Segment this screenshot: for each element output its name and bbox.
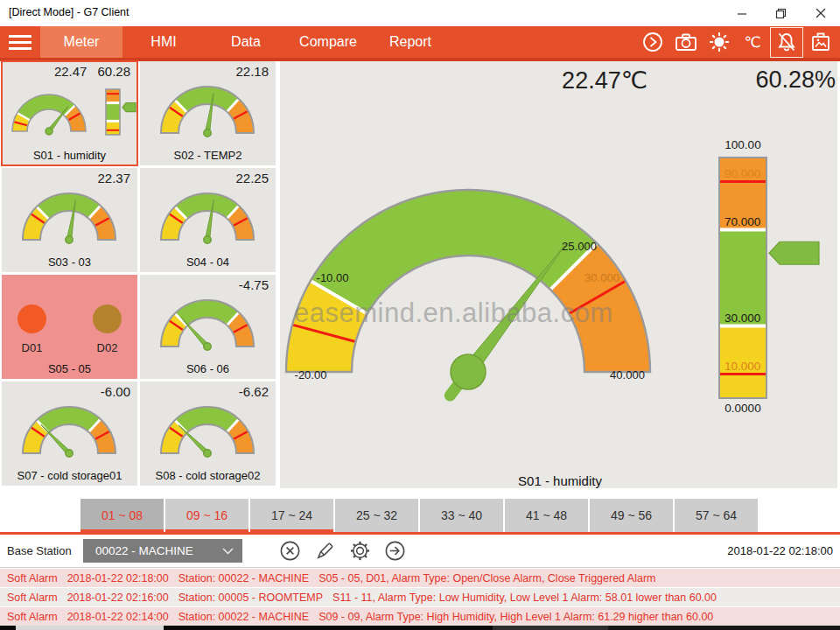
cancel-icon[interactable] bbox=[278, 539, 302, 563]
main-bar-gauge: 100.0090.00070.00030.00010.0000.0000 bbox=[700, 131, 840, 420]
alarm-detail: S11 - 11, Alarm Type: Low Humidity, Low … bbox=[332, 592, 717, 604]
tile-s06[interactable]: -4.75 S06 - 06 bbox=[140, 275, 276, 379]
tile-label: S03 - 03 bbox=[2, 256, 137, 269]
station-pager: 01 ~ 08 09 ~ 16 17 ~ 24 25 ~ 32 33 ~ 40 … bbox=[80, 499, 758, 532]
pager-tab-01-08[interactable]: 01 ~ 08 bbox=[80, 499, 164, 532]
channel-d02: D02 bbox=[85, 304, 130, 354]
svg-text:℃: ℃ bbox=[744, 34, 760, 51]
mini-gauge bbox=[2, 396, 137, 462]
alarm-kind: Soft Alarm bbox=[7, 592, 58, 604]
alarm-station: Station: 00022 - MACHINE bbox=[178, 611, 309, 623]
tile-label: S06 - 06 bbox=[140, 362, 276, 375]
svg-text:90.000: 90.000 bbox=[724, 167, 760, 180]
mini-gauge bbox=[140, 396, 276, 462]
pager-tab-41-48[interactable]: 41 ~ 48 bbox=[505, 499, 588, 532]
alarm-mute-icon[interactable] bbox=[770, 27, 803, 58]
tile-s03[interactable]: 22.37 S03 - 03 bbox=[2, 168, 137, 272]
tab-hmi[interactable]: HMI bbox=[122, 26, 205, 58]
alarm-time: 2018-01-22 02:14:00 bbox=[67, 611, 169, 623]
tab-data[interactable]: Data bbox=[205, 26, 287, 58]
tab-compare[interactable]: Compare bbox=[287, 26, 369, 58]
base-station-label: Base Station bbox=[7, 544, 72, 557]
tile-label: S05 - 05 bbox=[2, 362, 137, 375]
g7-client-window: [Direct Mode] - G7 Client Meter HMI Data… bbox=[0, 0, 840, 630]
tab-report[interactable]: Report bbox=[369, 26, 452, 58]
svg-text:70.000: 70.000 bbox=[724, 215, 760, 228]
mini-gauge bbox=[140, 289, 276, 355]
tile-label: S01 - humidity bbox=[2, 149, 137, 162]
titlebar: [Direct Mode] - G7 Client bbox=[0, 0, 840, 26]
svg-text:30.000: 30.000 bbox=[724, 312, 760, 325]
tile-label: S02 - TEMP2 bbox=[140, 149, 276, 162]
alarm-kind: Soft Alarm bbox=[7, 572, 58, 584]
main-navbar: Meter HMI Data Compare Report bbox=[0, 26, 840, 61]
channel-label: D02 bbox=[85, 341, 130, 354]
alarm-kind: Soft Alarm bbox=[7, 611, 58, 623]
alarm-station: Station: 00022 - MACHINE bbox=[178, 572, 309, 584]
station-select[interactable]: 00022 - MACHINE bbox=[83, 539, 242, 563]
svg-text:-20.00: -20.00 bbox=[295, 368, 327, 382]
channel-indicator bbox=[18, 304, 46, 333]
svg-text:-10.00: -10.00 bbox=[317, 271, 349, 284]
station-bar: Base Station 00022 - MACHINE bbox=[0, 535, 840, 567]
tile-s08-cold-storage02[interactable]: -6.62 S08 - cold storage02 bbox=[140, 382, 276, 486]
pager-tab-09-16[interactable]: 09 ~ 16 bbox=[165, 499, 248, 532]
export-icon[interactable] bbox=[383, 539, 407, 563]
station-actions bbox=[278, 539, 407, 563]
svg-text:30.000: 30.000 bbox=[584, 271, 620, 284]
sensor-tile-grid: 22.47 60.28 S01 - humidity 22.18 S02 - T… bbox=[2, 61, 276, 486]
camera-icon[interactable] bbox=[670, 28, 702, 57]
snapshot-bin-icon[interactable] bbox=[805, 28, 836, 57]
alarm-time: 2018-01-22 02:18:00 bbox=[67, 572, 169, 584]
svg-text:10.000: 10.000 bbox=[724, 360, 760, 373]
tile-label: S07 - cold storage01 bbox=[2, 469, 137, 482]
svg-text:40.000: 40.000 bbox=[610, 368, 645, 382]
channel-label: D01 bbox=[10, 341, 55, 354]
menu-icon[interactable] bbox=[0, 26, 40, 58]
tile-s04[interactable]: 22.25 S04 - 04 bbox=[140, 168, 276, 272]
humidity-readout: 60.28% bbox=[696, 66, 836, 94]
tile-s02-temp2[interactable]: 22.18 S02 - TEMP2 bbox=[140, 61, 276, 165]
tile-label: S04 - 04 bbox=[140, 256, 276, 269]
alarm-log-row[interactable]: Soft Alarm 2018-01-22 02:16:00 Station: … bbox=[0, 588, 840, 606]
pager-tab-49-56[interactable]: 49 ~ 56 bbox=[590, 499, 673, 532]
brightness-icon[interactable] bbox=[704, 28, 735, 57]
channel-d01: D01 bbox=[10, 304, 55, 354]
main-gauge: -20.00-10.0025.00030.00040.000 bbox=[280, 131, 674, 402]
svg-text:100.00: 100.00 bbox=[724, 138, 760, 151]
minimize-button[interactable] bbox=[722, 0, 761, 26]
alarm-log-row[interactable]: Soft Alarm 2018-01-22 02:18:00 Station: … bbox=[0, 569, 840, 587]
watermark: easemind.en.alibaba.com bbox=[294, 298, 613, 329]
window-controls bbox=[722, 0, 840, 26]
mini-gauge bbox=[140, 75, 276, 142]
mini-gauge bbox=[140, 182, 276, 248]
digital-channels: D01 D02 bbox=[2, 304, 137, 354]
pager-tab-17-24[interactable]: 17 ~ 24 bbox=[250, 499, 333, 532]
alarm-log-row[interactable]: Soft Alarm 2018-01-22 02:14:00 Station: … bbox=[0, 607, 840, 626]
selected-sensor-title: S01 - humidity bbox=[385, 473, 735, 488]
channel-indicator bbox=[93, 304, 122, 333]
alarm-detail: S09 - 09, Alarm Type: High Humidity, Hig… bbox=[318, 611, 713, 623]
close-button[interactable] bbox=[801, 0, 840, 26]
pager-tab-57-64[interactable]: 57 ~ 64 bbox=[675, 499, 758, 532]
window-title: [Direct Mode] - G7 Client bbox=[9, 6, 130, 18]
mini-gauge bbox=[2, 77, 89, 142]
tile-s07-cold-storage01[interactable]: -6.00 S07 - cold storage01 bbox=[2, 382, 137, 486]
sync-icon[interactable] bbox=[637, 28, 668, 57]
edit-icon[interactable] bbox=[313, 539, 337, 563]
tile-label: S08 - cold storage02 bbox=[140, 469, 276, 482]
mini-gauge bbox=[2, 182, 137, 248]
restore-button[interactable] bbox=[761, 0, 801, 26]
temp-unit-icon[interactable]: ℃ bbox=[737, 28, 768, 57]
tab-meter[interactable]: Meter bbox=[40, 26, 122, 58]
divider bbox=[0, 567, 840, 568]
tile-s05-digital[interactable]: D01 D02 S05 - 05 bbox=[2, 275, 137, 379]
tile-s01-humidity[interactable]: 22.47 60.28 S01 - humidity bbox=[2, 61, 137, 165]
navbar-actions: ℃ bbox=[637, 26, 836, 58]
settings-icon[interactable] bbox=[348, 539, 372, 563]
pager-tab-25-32[interactable]: 25 ~ 32 bbox=[335, 499, 418, 532]
station-select-value: 00022 - MACHINE bbox=[83, 544, 222, 557]
svg-text:25.000: 25.000 bbox=[562, 240, 597, 253]
pager-tab-33-40[interactable]: 33 ~ 40 bbox=[420, 499, 503, 532]
alarm-time: 2018-01-22 02:16:00 bbox=[67, 592, 169, 604]
